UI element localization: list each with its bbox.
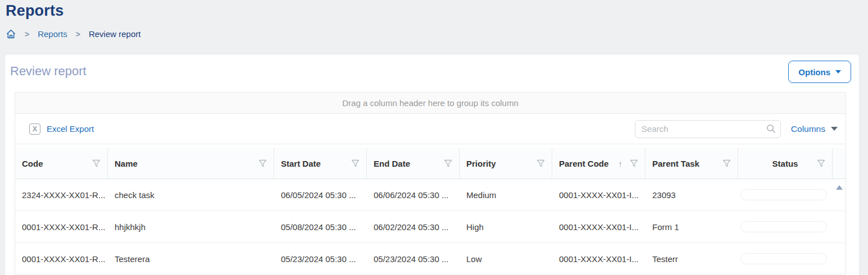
breadcrumb-separator: > [76, 30, 80, 39]
cell-parent-code[interactable]: 0001-XXXX-XX01-I... [552, 254, 646, 264]
search-box [635, 120, 781, 138]
column-label: Parent Task [652, 159, 699, 168]
toolbar-gap [15, 144, 846, 148]
column-header-status[interactable]: Status [738, 148, 833, 178]
review-report-grid: Drag a column header here to group its c… [15, 92, 846, 275]
excel-export-button[interactable]: X Excel Export [29, 123, 94, 135]
filter-funnel-icon[interactable] [444, 159, 452, 168]
breadcrumb: > Reports > Review report [6, 29, 140, 39]
filter-funnel-icon[interactable] [630, 159, 638, 168]
grid-header-row: Code Name Start Date End Date Priority P… [15, 148, 846, 179]
cell-start-date[interactable]: 05/08/2024 05:30 ... [274, 222, 367, 232]
column-label: Start Date [281, 159, 321, 168]
cell-start-date[interactable]: 06/05/2024 05:30 ... [274, 190, 367, 200]
column-header-name[interactable]: Name [108, 148, 274, 178]
breadcrumb-separator: > [25, 30, 29, 39]
cell-priority[interactable]: Medium [460, 190, 552, 200]
cell-end-date[interactable]: 06/02/2024 05:30 ... [367, 222, 460, 232]
cell-code[interactable]: 2324-XXXX-XX01-R... [15, 190, 108, 200]
cell-parent-code[interactable]: 0001-XXXX-XX01-I... [552, 222, 646, 232]
columns-chooser-button[interactable]: Columns [791, 124, 838, 134]
table-row[interactable]: 0001-XXXX-XX01-R... Testerera 05/23/2024… [15, 243, 846, 275]
cell-end-date[interactable]: 06/06/2024 05:30 ... [367, 190, 460, 200]
column-label: Status [772, 159, 798, 168]
scroll-up-icon[interactable] [836, 185, 843, 190]
excel-export-label: Excel Export [47, 124, 94, 134]
column-header-code[interactable]: Code [15, 148, 108, 178]
filter-funnel-icon[interactable] [537, 159, 545, 168]
column-label: Code [22, 159, 43, 168]
cell-name[interactable]: Testerera [108, 254, 274, 264]
cell-priority[interactable]: High [460, 222, 552, 232]
cell-name[interactable]: check task [108, 190, 274, 200]
status-pill [740, 221, 827, 232]
table-row[interactable]: 2324-XXXX-XX01-R... check task 06/05/202… [15, 179, 846, 211]
options-button-label: Options [798, 67, 830, 77]
cell-status[interactable] [738, 221, 833, 232]
cell-parent-code[interactable]: 0001-XXXX-XX01-I... [552, 190, 646, 200]
column-label: Name [115, 159, 138, 168]
column-header-priority[interactable]: Priority [460, 148, 552, 178]
status-pill [740, 189, 827, 200]
grid-body: 2324-XXXX-XX01-R... check task 06/05/202… [15, 179, 846, 275]
header-scrollbar-spacer [833, 148, 846, 178]
cell-name[interactable]: hhjkhkjh [108, 222, 274, 232]
cell-status[interactable] [738, 253, 833, 264]
chevron-down-icon [835, 70, 841, 74]
panel-title: Review report [10, 64, 87, 79]
breadcrumb-link-reports[interactable]: Reports [38, 29, 67, 39]
search-icon [766, 124, 776, 134]
cell-start-date[interactable]: 05/23/2024 05:30 ... [274, 254, 367, 264]
cell-parent-task[interactable]: 23093 [646, 190, 738, 200]
options-button[interactable]: Options [788, 61, 851, 83]
column-label: Parent Code [559, 159, 608, 168]
column-header-start-date[interactable]: Start Date [274, 148, 367, 178]
filter-funnel-icon[interactable] [817, 159, 825, 168]
filter-funnel-icon[interactable] [351, 159, 360, 168]
sort-up-arrow-icon: ↑ [619, 159, 623, 168]
cell-code[interactable]: 0001-XXXX-XX01-R... [15, 254, 108, 264]
review-report-panel: Review report Options Drag a column head… [4, 54, 860, 275]
filter-funnel-icon[interactable] [722, 159, 731, 168]
cell-code[interactable]: 0001-XXXX-XX01-R... [15, 222, 108, 232]
filter-funnel-icon[interactable] [92, 159, 101, 168]
column-header-parent-task[interactable]: Parent Task [646, 148, 738, 178]
cell-parent-task[interactable]: Testerr [646, 254, 738, 264]
group-panel-text: Drag a column header here to group its c… [342, 98, 519, 108]
column-label: Priority [466, 159, 496, 168]
excel-export-icon: X [29, 123, 40, 135]
cell-status[interactable] [738, 189, 833, 200]
page-title: Reports [6, 2, 63, 20]
cell-priority[interactable]: Low [460, 254, 552, 264]
home-icon[interactable] [6, 29, 16, 39]
column-header-end-date[interactable]: End Date [367, 148, 460, 178]
columns-button-label: Columns [791, 124, 825, 134]
cell-parent-task[interactable]: Form 1 [646, 222, 738, 232]
chevron-down-icon [831, 127, 838, 131]
column-header-parent-code[interactable]: Parent Code ↑ [552, 148, 646, 178]
breadcrumb-current-page: Review report [89, 29, 141, 39]
filter-funnel-icon[interactable] [258, 159, 267, 168]
group-panel-drop-zone[interactable]: Drag a column header here to group its c… [15, 93, 846, 114]
column-label: End Date [374, 159, 410, 168]
status-pill [740, 253, 827, 264]
grid-toolbar: X Excel Export Columns [15, 114, 846, 144]
toolbar-right: Columns [635, 120, 838, 138]
table-row[interactable]: 0001-XXXX-XX01-R... hhjkhkjh 05/08/2024 … [15, 211, 846, 243]
search-input[interactable] [635, 120, 781, 138]
cell-end-date[interactable]: 05/23/2024 05:30 ... [367, 254, 460, 264]
